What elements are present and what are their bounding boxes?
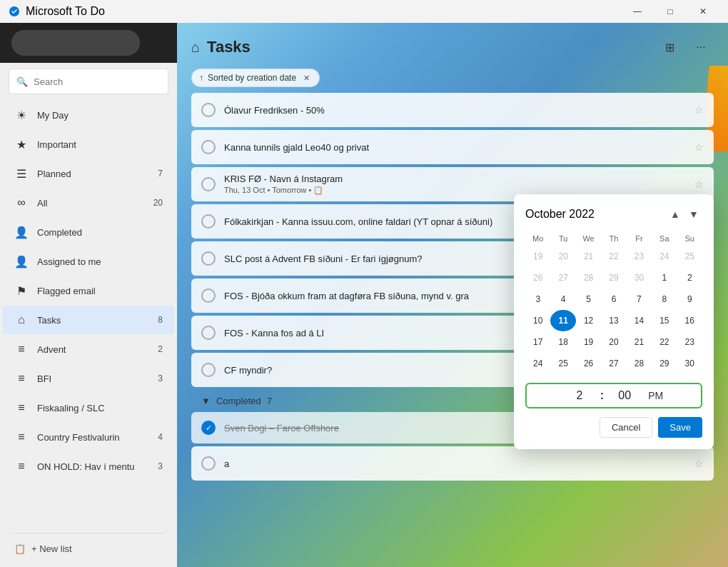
close-button[interactable]: ✕	[687, 0, 719, 23]
calendar-day[interactable]: 25	[550, 353, 575, 374]
calendar-day[interactable]: 23	[627, 246, 652, 267]
sidebar-item-fiskaaling[interactable]: ≡ Fiskaaling / SLC	[3, 393, 174, 422]
nav-count-advent: 2	[148, 344, 163, 354]
sidebar-item-tasks[interactable]: ⌂ Tasks 8	[3, 306, 174, 334]
maximize-button[interactable]: □	[654, 0, 687, 23]
calendar-day[interactable]: 4	[550, 288, 575, 310]
task-text: Kanna tunnils gjald Leo40 og privat	[224, 142, 694, 153]
calendar-day[interactable]: 28	[627, 353, 652, 374]
task-circle[interactable]	[201, 456, 216, 471]
calendar-day[interactable]: 16	[677, 310, 702, 331]
calendar-day[interactable]: 24	[525, 353, 550, 374]
calendar-day[interactable]: 8	[652, 288, 677, 310]
calendar-day[interactable]: 5	[576, 288, 601, 310]
star-icon[interactable]: ☆	[694, 141, 704, 153]
task-circle[interactable]	[201, 103, 216, 117]
more-options-button[interactable]: ···	[688, 34, 714, 60]
calendar-day[interactable]: 30	[677, 353, 702, 374]
task-circle[interactable]	[201, 251, 216, 266]
calendar-day[interactable]: 15	[652, 310, 677, 331]
nav-label-country: Country Festivalurin	[37, 432, 140, 443]
calendar-day[interactable]: 11	[550, 310, 575, 331]
calendar-day[interactable]: 22	[652, 331, 677, 353]
calendar-day[interactable]: 28	[576, 267, 601, 288]
sidebar-item-advent[interactable]: ≡ Advent 2	[3, 335, 174, 363]
task-item[interactable]: Kanna tunnils gjald Leo40 og privat ☆	[191, 130, 714, 164]
task-circle[interactable]	[201, 140, 216, 154]
nav-icon-planned: ☰	[14, 167, 29, 181]
calendar-day[interactable]: 12	[576, 310, 601, 331]
calendar-day[interactable]: 30	[627, 267, 652, 288]
calendar-day[interactable]: 20	[550, 246, 575, 267]
calendar-day[interactable]: 27	[601, 353, 626, 374]
cancel-button[interactable]: Cancel	[600, 417, 652, 438]
time-minutes-input[interactable]	[607, 389, 642, 402]
calendar-day[interactable]: 21	[627, 331, 652, 353]
calendar-day[interactable]: 2	[677, 267, 702, 288]
search-input[interactable]	[34, 76, 161, 87]
calendar-prev-button[interactable]: ▲	[667, 206, 684, 223]
sidebar-item-onhold[interactable]: ≡ ON HOLD: Hav í mentu 3	[3, 452, 174, 481]
task-circle[interactable]	[201, 177, 216, 191]
task-item[interactable]: Ólavur Fredriksen - 50% ☆	[191, 93, 714, 127]
layout-button[interactable]: ⊞	[657, 34, 682, 60]
calendar-day[interactable]: 7	[627, 288, 652, 310]
star-icon[interactable]: ☆	[694, 179, 704, 190]
calendar-day[interactable]: 26	[576, 353, 601, 374]
star-icon[interactable]: ☆	[694, 104, 704, 116]
calendar-day[interactable]: 29	[601, 267, 626, 288]
task-item[interactable]: a ☆	[191, 446, 714, 481]
calendar-day[interactable]: 29	[652, 353, 677, 374]
time-picker[interactable]: : PM	[525, 383, 702, 408]
calendar-day[interactable]: 10	[525, 310, 550, 331]
calendar-next-button[interactable]: ▼	[685, 206, 702, 223]
calendar-day[interactable]: 23	[677, 331, 702, 353]
calendar-day[interactable]: 14	[627, 310, 652, 331]
task-circle[interactable]	[201, 288, 216, 303]
calendar-day[interactable]: 19	[576, 331, 601, 353]
time-hours-input[interactable]	[562, 389, 597, 402]
calendar-day[interactable]: 19	[525, 246, 550, 267]
calendar-day[interactable]: 25	[677, 246, 702, 267]
save-button[interactable]: Save	[658, 417, 702, 438]
task-circle[interactable]	[201, 326, 216, 340]
sort-chip[interactable]: ↑ Sorted by creation date ✕	[191, 69, 320, 87]
calendar-day[interactable]: 24	[652, 246, 677, 267]
task-text: Ólavur Fredriksen - 50%	[224, 105, 694, 116]
calendar-day[interactable]: 26	[525, 267, 550, 288]
sidebar-item-all[interactable]: ∞ All 20	[3, 189, 174, 217]
sidebar-item-assigned[interactable]: 👤 Assigned to me	[3, 247, 174, 276]
calendar-weekday: We	[576, 231, 601, 246]
calendar-day[interactable]: 27	[550, 267, 575, 288]
calendar-day[interactable]: 3	[525, 288, 550, 310]
calendar-day[interactable]: 1	[652, 267, 677, 288]
main-header: ⌂ Tasks ⊞ ···	[177, 23, 728, 66]
task-circle[interactable]	[201, 214, 216, 229]
search-box[interactable]: 🔍	[9, 69, 168, 94]
star-icon[interactable]: ☆	[694, 458, 704, 469]
sidebar-item-important[interactable]: ★ Important	[3, 130, 174, 159]
calendar-day[interactable]: 17	[525, 331, 550, 353]
sort-chip-close-button[interactable]: ✕	[300, 72, 312, 84]
nav-label-flagged: Flagged email	[37, 286, 163, 296]
calendar-weekday: Tu	[550, 231, 575, 246]
sidebar-item-planned[interactable]: ☰ Planned 7	[3, 159, 174, 188]
task-circle[interactable]	[201, 421, 216, 435]
calendar-day[interactable]: 22	[601, 246, 626, 267]
calendar-day[interactable]: 6	[601, 288, 626, 310]
minimize-button[interactable]: —	[621, 0, 654, 23]
calendar-day[interactable]: 21	[576, 246, 601, 267]
sidebar-item-completed[interactable]: 👤 Completed	[3, 218, 174, 246]
calendar-day[interactable]: 20	[601, 331, 626, 353]
time-ampm-toggle[interactable]: PM	[645, 388, 666, 403]
sidebar-item-bfi[interactable]: ≡ BFI 3	[3, 364, 174, 393]
calendar-day[interactable]: 18	[550, 331, 575, 353]
calendar-day[interactable]: 9	[677, 288, 702, 310]
nav-icon-assigned: 👤	[14, 255, 29, 269]
sidebar-item-my-day[interactable]: ☀ My Day	[3, 101, 174, 129]
sidebar-item-flagged[interactable]: ⚑ Flagged email	[3, 276, 174, 305]
sidebar-item-country[interactable]: ≡ Country Festivalurin 4	[3, 423, 174, 451]
task-circle[interactable]	[201, 363, 216, 377]
new-list-button[interactable]: 📋 + New list	[3, 538, 174, 560]
calendar-day[interactable]: 13	[601, 310, 626, 331]
